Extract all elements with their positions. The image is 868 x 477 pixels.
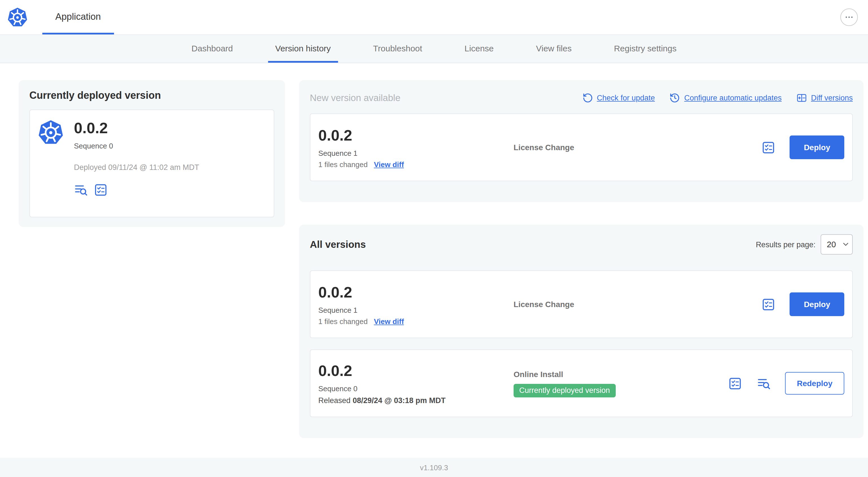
redeploy-button[interactable]: Redeploy <box>785 372 844 395</box>
sequence-label: Sequence 1 <box>318 306 514 314</box>
version-list: 0.0.2 Sequence 1 1 files changed View di… <box>310 270 853 417</box>
deploy-button[interactable]: Deploy <box>790 292 844 316</box>
tab-label: View files <box>536 43 572 53</box>
version-number: 0.0.2 <box>318 283 514 301</box>
version-actions: Check for update Configure automatic upd… <box>582 92 853 103</box>
tab-registry-settings[interactable]: Registry settings <box>607 35 684 63</box>
version-info: 0.0.2 Sequence 1 1 files changed View di… <box>318 283 514 325</box>
new-version-header: New version available Check for update C… <box>310 90 853 106</box>
view-diff-link[interactable]: View diff <box>374 317 404 325</box>
tab-label: Registry settings <box>614 43 677 53</box>
version-row: 0.0.2 Sequence 0 Released 08/29/24 @ 03:… <box>310 350 853 417</box>
files-changed-line: 1 files changed View diff <box>318 160 514 169</box>
row-icons <box>762 297 776 311</box>
new-version-panel: New version available Check for update C… <box>299 80 864 202</box>
release-notes-icon[interactable] <box>94 183 108 197</box>
ellipsis-icon <box>844 12 854 22</box>
tab-label: Troubleshoot <box>373 43 422 53</box>
released-timestamp: 08/29/24 @ 03:18 pm MDT <box>353 396 446 405</box>
version-source: Online Install Currently deployed versio… <box>514 369 728 397</box>
app-subnav: Dashboard Version history Troubleshoot L… <box>0 35 868 63</box>
tab-label: Dashboard <box>192 43 233 53</box>
version-row: 0.0.2 Sequence 1 1 files changed View di… <box>310 270 853 338</box>
more-options-button[interactable] <box>840 8 858 26</box>
currently-deployed-card: 0.0.2 Sequence 0 Deployed 09/11/24 @ 11:… <box>29 110 274 217</box>
currently-deployed-title: Currently deployed version <box>29 90 274 101</box>
files-changed-line: 1 files changed View diff <box>318 317 514 325</box>
new-version-title: New version available <box>310 92 400 103</box>
main-content: Currently deployed version 0.0.2 Sequenc… <box>0 63 868 458</box>
version-info: 0.0.2 Sequence 1 1 files changed View di… <box>318 126 514 169</box>
tab-dashboard[interactable]: Dashboard <box>184 35 241 63</box>
tab-version-history[interactable]: Version history <box>268 35 338 63</box>
view-logs-icon[interactable] <box>757 376 771 390</box>
source-label: License Change <box>514 143 762 152</box>
schedule-icon <box>670 92 680 103</box>
kubernetes-logo-icon <box>7 6 28 28</box>
currently-deployed-badge: Currently deployed version <box>514 384 615 397</box>
version-source: License Change <box>514 143 762 152</box>
app-logo <box>0 0 28 34</box>
version-info: 0.0.2 Sequence 0 Released 08/29/24 @ 03:… <box>318 362 514 405</box>
tab-label: Version history <box>275 43 331 53</box>
header-right <box>840 0 868 34</box>
refresh-icon <box>582 92 593 103</box>
deployed-actions <box>74 183 199 197</box>
all-versions-title: All versions <box>310 239 366 250</box>
tab-application[interactable]: Application <box>42 0 114 34</box>
source-label: License Change <box>514 300 762 309</box>
release-notes-icon[interactable] <box>762 140 776 154</box>
tab-label: License <box>464 43 494 53</box>
files-changed-label: 1 files changed <box>318 317 368 325</box>
app-tab-label: Application <box>55 11 101 22</box>
all-versions-panel: All versions Results per page: 20 0.0.2 <box>299 225 864 438</box>
release-notes-icon[interactable] <box>728 376 742 390</box>
view-logs-icon[interactable] <box>74 183 88 197</box>
version-source: License Change <box>514 300 762 309</box>
configure-automatic-updates-link[interactable]: Configure automatic updates <box>670 92 782 103</box>
configure-automatic-updates-label: Configure automatic updates <box>684 93 782 102</box>
row-icons <box>728 376 771 390</box>
deployed-version-info: 0.0.2 Sequence 0 Deployed 09/11/24 @ 11:… <box>74 119 199 197</box>
diff-versions-link[interactable]: Diff versions <box>796 92 853 103</box>
released-label: Released <box>318 396 350 405</box>
diff-versions-label: Diff versions <box>811 93 853 102</box>
results-per-page-select-wrap: 20 <box>820 234 853 255</box>
kubernetes-logo-icon <box>37 119 64 146</box>
sequence-label: Sequence 1 <box>318 149 514 157</box>
app-footer: v1.109.3 <box>0 458 868 477</box>
tab-troubleshoot[interactable]: Troubleshoot <box>366 35 430 63</box>
console-version: v1.109.3 <box>420 463 448 472</box>
view-diff-link[interactable]: View diff <box>374 160 404 169</box>
tab-view-files[interactable]: View files <box>529 35 579 63</box>
all-versions-header: All versions Results per page: 20 <box>310 234 853 255</box>
currently-deployed-panel: Currently deployed version 0.0.2 Sequenc… <box>19 80 285 227</box>
deployed-timestamp: Deployed 09/11/24 @ 11:02 am MDT <box>74 163 199 172</box>
new-version-row: 0.0.2 Sequence 1 1 files changed View di… <box>310 114 853 181</box>
version-number: 0.0.2 <box>318 126 514 144</box>
row-icons <box>762 140 776 154</box>
source-label: Online Install <box>514 369 728 379</box>
check-for-update-label: Check for update <box>597 93 655 102</box>
app-header: Application <box>0 0 868 35</box>
release-notes-icon[interactable] <box>762 297 776 311</box>
version-number: 0.0.2 <box>74 119 199 137</box>
results-per-page-label: Results per page: <box>756 240 815 249</box>
version-number: 0.0.2 <box>318 362 514 380</box>
admin-console: Application Dashboard Version history Tr… <box>0 0 868 477</box>
diff-icon <box>796 92 807 103</box>
results-per-page-select[interactable]: 20 <box>820 234 853 255</box>
sequence-label: Sequence 0 <box>318 384 514 393</box>
check-for-update-link[interactable]: Check for update <box>582 92 655 103</box>
sequence-label: Sequence 0 <box>74 142 199 150</box>
released-line: Released 08/29/24 @ 03:18 pm MDT <box>318 396 514 405</box>
tab-license[interactable]: License <box>457 35 501 63</box>
results-per-page: Results per page: 20 <box>756 234 853 255</box>
deploy-button[interactable]: Deploy <box>790 136 844 159</box>
files-changed-label: 1 files changed <box>318 160 368 169</box>
